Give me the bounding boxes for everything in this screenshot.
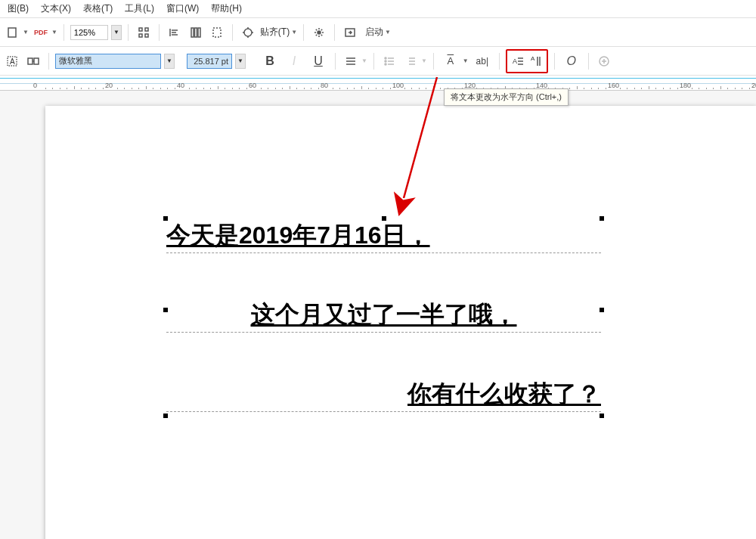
svg-point-24 bbox=[385, 57, 386, 59]
canvas-area: 今天是2019年7月16日， 这个月又过了一半了哦， 你有什么收获了？ bbox=[0, 91, 756, 539]
add-button[interactable] bbox=[595, 52, 613, 70]
ruler: 020406080100120140160180200 bbox=[0, 76, 756, 91]
bullets-button[interactable] bbox=[380, 52, 398, 70]
clear-format-button[interactable]: O bbox=[561, 52, 582, 70]
document-page[interactable]: 今天是2019年7月16日， 这个月又过了一半了哦， 你有什么收获了？ bbox=[45, 106, 756, 539]
launch-label[interactable]: 启动 bbox=[365, 26, 383, 39]
align-button[interactable] bbox=[342, 52, 360, 70]
text-tool-icon[interactable]: A bbox=[3, 52, 21, 70]
insert-char-button[interactable]: ab| bbox=[472, 52, 493, 70]
launch-icon[interactable] bbox=[341, 23, 359, 42]
text-line-1[interactable]: 今天是2019年7月16日， bbox=[166, 219, 601, 253]
text-frame-2[interactable]: 这个月又过了一半了哦， bbox=[166, 299, 601, 333]
snap-icon[interactable] bbox=[239, 23, 257, 42]
text-frame-3[interactable]: 你有什么收获了？ bbox=[166, 378, 601, 412]
svg-rect-3 bbox=[139, 34, 142, 37]
numbering-button[interactable] bbox=[401, 52, 420, 70]
page-border-icon[interactable] bbox=[208, 23, 226, 42]
zoom-dropdown[interactable]: ▼ bbox=[111, 25, 122, 40]
menu-image[interactable]: 图(B) bbox=[2, 2, 35, 15]
toolbar-text: A ▼ ▼ B I U ▼ ▼ A ▼ ab| A A O bbox=[0, 47, 756, 76]
svg-rect-2 bbox=[145, 28, 148, 31]
svg-rect-10 bbox=[194, 28, 197, 37]
svg-rect-11 bbox=[198, 28, 200, 37]
svg-text:A: A bbox=[513, 57, 517, 65]
svg-rect-0 bbox=[8, 28, 16, 37]
text-line-2[interactable]: 这个月又过了一半了哦， bbox=[166, 299, 601, 333]
menu-tools[interactable]: 工具(L) bbox=[119, 2, 160, 15]
svg-rect-18 bbox=[28, 58, 33, 64]
font-family-input[interactable] bbox=[55, 54, 161, 69]
text-frame[interactable]: 今天是2019年7月16日， bbox=[166, 219, 601, 253]
font-family-dropdown[interactable]: ▼ bbox=[164, 54, 175, 69]
columns-icon[interactable] bbox=[187, 23, 205, 42]
svg-rect-12 bbox=[213, 28, 221, 37]
text-direction-group: A A bbox=[506, 49, 548, 73]
menu-text[interactable]: 文本(X) bbox=[35, 2, 77, 15]
menu-window[interactable]: 窗口(W) bbox=[160, 2, 205, 15]
align-left-icon[interactable] bbox=[166, 23, 184, 42]
bold-button[interactable]: B bbox=[259, 52, 280, 70]
svg-rect-4 bbox=[145, 34, 148, 37]
vertical-text-button[interactable]: A bbox=[527, 52, 545, 70]
zoom-input[interactable] bbox=[70, 25, 108, 40]
underline-button[interactable]: U bbox=[308, 52, 329, 70]
font-size-dropdown[interactable]: ▼ bbox=[235, 54, 246, 69]
italic-button[interactable]: I bbox=[284, 52, 305, 70]
fullscreen-icon[interactable] bbox=[135, 23, 153, 42]
text-line-3[interactable]: 你有什么收获了？ bbox=[166, 378, 601, 412]
svg-rect-19 bbox=[34, 58, 39, 64]
new-doc-icon[interactable] bbox=[3, 23, 21, 42]
svg-point-26 bbox=[385, 60, 386, 62]
snap-label[interactable]: 贴齐(T) bbox=[260, 26, 290, 39]
link-frame-icon[interactable] bbox=[24, 52, 42, 70]
font-case-button[interactable]: A bbox=[440, 52, 461, 70]
font-size-input[interactable] bbox=[187, 54, 232, 69]
svg-point-14 bbox=[318, 31, 321, 34]
menu-table[interactable]: 表格(T) bbox=[77, 2, 119, 15]
svg-rect-9 bbox=[191, 28, 194, 37]
svg-rect-1 bbox=[139, 28, 142, 31]
options-icon[interactable] bbox=[310, 23, 328, 42]
menu-bar: 图(B) 文本(X) 表格(T) 工具(L) 窗口(W) 帮助(H) bbox=[0, 0, 756, 18]
svg-text:A: A bbox=[531, 55, 535, 62]
menu-help[interactable]: 帮助(H) bbox=[205, 2, 248, 15]
svg-point-13 bbox=[244, 29, 252, 36]
tooltip: 将文本更改为水平方向 (Ctrl+,) bbox=[444, 88, 569, 106]
export-pdf-icon[interactable]: PDF bbox=[32, 23, 50, 42]
horizontal-text-button[interactable]: A bbox=[509, 52, 527, 70]
toolbar-main: ▼ PDF ▼ ▼ 贴齐(T) ▼ 启动 ▼ bbox=[0, 18, 756, 47]
svg-point-28 bbox=[385, 64, 386, 65]
svg-text:A: A bbox=[10, 57, 15, 66]
